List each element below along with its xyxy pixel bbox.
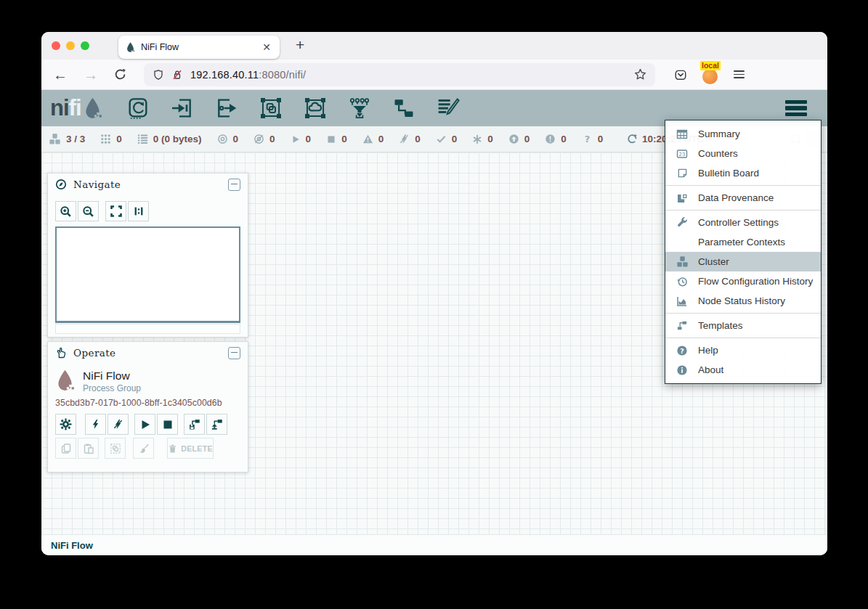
enable-button[interactable]: [85, 414, 106, 435]
input-port-component-icon[interactable]: [170, 96, 195, 120]
zoom-window-button[interactable]: [81, 41, 89, 50]
delete-button[interactable]: DELETE: [167, 438, 214, 459]
menu-item-help[interactable]: ? Help: [665, 340, 821, 360]
svg-text:?: ?: [680, 346, 684, 354]
sync-failure-icon: ?: [582, 134, 593, 144]
browser-tab[interactable]: NiFi Flow ✕: [118, 36, 280, 59]
minimize-window-button[interactable]: [66, 41, 75, 50]
back-button[interactable]: ←: [53, 68, 68, 82]
disabled-status: 0: [399, 134, 421, 144]
transmitting-status: 0: [217, 134, 239, 144]
copy-button[interactable]: [55, 438, 76, 459]
nifi-logo-droplet-icon: [83, 97, 102, 121]
not-transmitting-icon: [253, 134, 264, 144]
start-button[interactable]: [134, 414, 155, 435]
menu-separator: [665, 185, 821, 186]
pocket-icon[interactable]: [674, 68, 687, 81]
menu-separator: [665, 338, 821, 338]
processor-component-icon[interactable]: [126, 96, 150, 120]
menu-item-controller-settings[interactable]: Controller Settings: [665, 213, 821, 232]
window-controls: [52, 41, 89, 50]
stale-icon: [508, 134, 519, 144]
locally-modified-stale-status: 0: [545, 134, 567, 144]
nifi-logo: nifi: [50, 95, 102, 121]
active-threads-status: 0: [100, 134, 122, 144]
summary-table-icon: [676, 128, 689, 140]
tab-close-icon[interactable]: ✕: [261, 41, 272, 54]
close-window-button[interactable]: [52, 41, 60, 50]
reload-icon[interactable]: [114, 68, 126, 81]
menu-item-about[interactable]: About: [665, 360, 821, 380]
counters-icon: 23: [676, 148, 689, 160]
process-group-id: 35cbd3b7-017b-1000-8bff-1c3405c00d6b: [55, 398, 240, 408]
stop-button[interactable]: [157, 414, 178, 435]
breadcrumb-root[interactable]: NiFi Flow: [51, 540, 93, 551]
birdseye-brush[interactable]: [55, 324, 240, 334]
disable-button[interactable]: [108, 414, 129, 435]
group-button[interactable]: [105, 438, 126, 459]
shield-icon[interactable]: [153, 69, 164, 81]
process-group-component-icon[interactable]: [259, 96, 283, 120]
navigate-panel: Navigate: [47, 173, 248, 338]
template-component-icon[interactable]: [392, 96, 416, 120]
selected-flow-name: NiFi Flow: [83, 369, 141, 383]
profile-avatar[interactable]: local: [702, 65, 719, 84]
remote-process-group-component-icon[interactable]: [303, 96, 328, 120]
menu-item-counters[interactable]: 23 Counters: [665, 144, 821, 163]
template-icon: [676, 320, 689, 331]
titlebar: NiFi Flow ✕ +: [41, 32, 827, 60]
not-transmitting-status: 0: [253, 134, 275, 144]
provenance-icon: [676, 192, 689, 204]
cluster-nodes-icon: [49, 133, 61, 145]
locally-modified-stale-icon: [545, 134, 556, 144]
invalid-status: 0: [362, 134, 384, 144]
zoom-in-button[interactable]: [55, 201, 76, 221]
collapse-operate-button[interactable]: [228, 347, 240, 359]
birdseye-minimap[interactable]: [55, 226, 240, 323]
browser-menu-icon[interactable]: [734, 70, 745, 78]
hand-icon: [55, 347, 67, 359]
running-icon: [291, 134, 301, 144]
menu-item-cluster[interactable]: Cluster: [665, 252, 821, 271]
zoom-fit-button[interactable]: [105, 201, 126, 221]
menu-item-flow-configuration-history[interactable]: Flow Configuration History: [665, 271, 821, 291]
menu-item-node-status-history[interactable]: Node Status History: [665, 291, 821, 311]
operate-panel-title: Operate: [73, 347, 115, 359]
url-bar[interactable]: 192.168.40.11:8080/nifi/: [144, 63, 655, 86]
menu-item-summary[interactable]: Summary: [665, 124, 821, 144]
funnel-component-icon[interactable]: [347, 96, 372, 120]
new-tab-button[interactable]: +: [291, 35, 309, 55]
zoom-out-button[interactable]: [78, 201, 99, 221]
menu-separator: [665, 313, 821, 314]
menu-item-templates[interactable]: Templates: [665, 316, 821, 335]
collapse-navigate-button[interactable]: [228, 179, 240, 191]
nifi-global-menu-icon[interactable]: [785, 100, 807, 117]
label-component-icon[interactable]: [436, 96, 461, 120]
active-threads-icon: [100, 134, 111, 144]
area-chart-icon: [676, 295, 689, 307]
breadcrumb-bar: NiFi Flow: [41, 534, 827, 555]
output-port-component-icon[interactable]: [214, 96, 239, 120]
operate-panel: Operate NiFi Flow Process Group 35cbd3b7…: [47, 341, 248, 473]
up-to-date-icon: [436, 134, 447, 144]
locally-modified-status: 0: [472, 134, 493, 144]
menu-item-bulletin-board[interactable]: Bulletin Board: [665, 163, 821, 183]
url-text[interactable]: 192.168.40.11:8080/nifi/: [190, 69, 306, 81]
configuration-button[interactable]: [55, 414, 76, 435]
menu-item-data-provenance[interactable]: Data Provenance: [665, 188, 821, 208]
process-group-droplet-icon: [55, 369, 75, 393]
forward-button[interactable]: →: [84, 68, 98, 82]
menu-item-parameter-contexts[interactable]: Parameter Contexts: [665, 232, 821, 252]
insecure-lock-icon[interactable]: [171, 69, 183, 81]
menu-separator: [665, 210, 821, 211]
save-template-button[interactable]: [184, 414, 205, 435]
change-color-button[interactable]: [133, 438, 154, 459]
refresh-icon[interactable]: [627, 134, 638, 144]
upload-template-button[interactable]: [206, 414, 227, 435]
zoom-actual-size-button[interactable]: [128, 201, 149, 221]
running-status: 0: [291, 134, 312, 144]
browser-window: NiFi Flow ✕ + ← → 192.168.40.11:8080/nif…: [41, 32, 827, 555]
bookmark-star-icon[interactable]: [634, 68, 646, 81]
paste-button[interactable]: [78, 438, 99, 459]
queued-icon: [137, 134, 148, 144]
